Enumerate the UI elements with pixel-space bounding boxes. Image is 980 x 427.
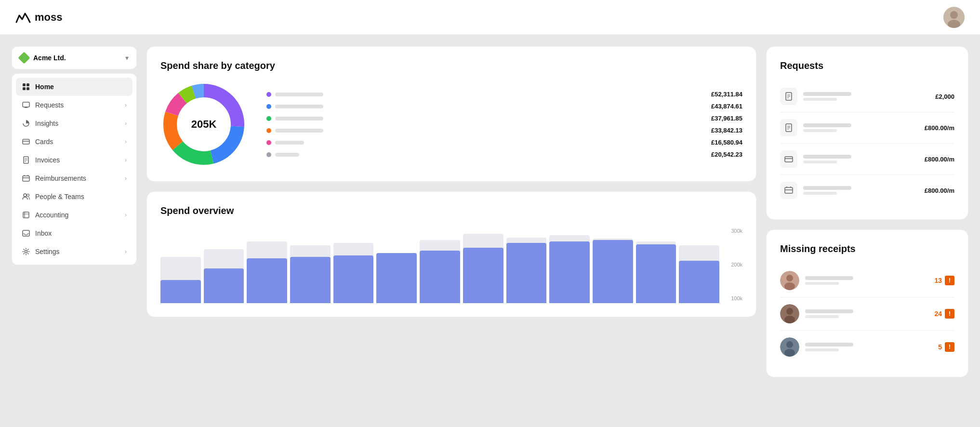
inbox-icon — [22, 229, 30, 238]
sidebar-item-invoices[interactable]: Invoices › — [16, 151, 132, 169]
sidebar-item-accounting[interactable]: Accounting › — [16, 206, 132, 224]
missing-receipts-list: 13 ! — [780, 264, 954, 363]
bar-fill-3 — [290, 257, 331, 303]
person-avatar-2 — [780, 337, 799, 357]
company-diamond-icon — [18, 52, 30, 64]
missing-item-1[interactable]: 24 ! — [780, 297, 954, 331]
person-avatar-0 — [780, 271, 799, 290]
missing-count-0: 13 — [934, 277, 942, 284]
svg-point-33 — [786, 308, 793, 315]
bar-fill-0 — [160, 280, 201, 303]
sidebar-item-insights[interactable]: Insights › — [16, 114, 132, 133]
bar-fill-10 — [593, 240, 633, 303]
nav-menu: Home Requests › — [12, 73, 137, 265]
request-item-2[interactable]: £800.00/m — [780, 144, 954, 175]
sidebar-item-reimbursements-label: Reimbursements — [35, 174, 86, 182]
missing-item-0[interactable]: 13 ! — [780, 264, 954, 297]
sidebar-item-inbox[interactable]: Inbox — [16, 224, 132, 242]
spend-share-title: Spend share by category — [160, 60, 742, 71]
request-icon-2 — [780, 150, 797, 168]
requests-list: £2,000 — [780, 81, 954, 206]
spend-legend: £52,311.84 £43,874.61 — [266, 91, 742, 158]
requests-title: Requests — [780, 60, 954, 71]
cards-chevron-icon: › — [125, 138, 127, 145]
svg-rect-6 — [26, 87, 29, 90]
reimbursements-icon — [22, 174, 30, 183]
legend-item-1: £43,874.61 — [266, 103, 742, 110]
bar-group-1 — [204, 226, 244, 303]
svg-point-11 — [24, 194, 26, 197]
svg-rect-27 — [785, 157, 793, 162]
request-icon-1 — [780, 119, 797, 136]
sidebar-item-home-label: Home — [35, 83, 54, 91]
sidebar-item-people[interactable]: People & Teams — [16, 187, 132, 206]
y-label-200k: 200k — [731, 262, 742, 267]
sidebar-item-invoices-label: Invoices — [35, 156, 60, 164]
request-amount-3: £800.00/m — [925, 187, 954, 194]
request-text-0 — [803, 92, 851, 96]
settings-chevron-icon: › — [125, 248, 127, 255]
legend-amount-4: £16,580.94 — [699, 139, 742, 146]
requests-icon — [22, 101, 30, 109]
request-text-1 — [803, 123, 851, 127]
legend-bar-5 — [275, 153, 299, 157]
request-amount-0: £2,000 — [935, 93, 954, 100]
bar-fill-2 — [247, 258, 287, 303]
spend-share-content: 205K £52,311.84 — [160, 81, 742, 168]
request-item-1[interactable]: £800.00/m — [780, 112, 954, 144]
svg-point-1 — [950, 11, 958, 19]
person-name-0 — [805, 276, 853, 280]
sidebar-item-inbox-label: Inbox — [35, 229, 52, 237]
svg-rect-8 — [23, 139, 29, 144]
warning-icon-1: ! — [945, 309, 954, 319]
legend-dot-1 — [266, 104, 271, 109]
warning-icon-2: ! — [945, 342, 954, 352]
bar-group-5 — [376, 226, 417, 303]
svg-rect-13 — [23, 212, 29, 218]
legend-dot-4 — [266, 140, 271, 145]
reimbursements-chevron-icon: › — [125, 175, 127, 182]
legend-item-4: £16,580.94 — [266, 139, 742, 146]
missing-item-2[interactable]: 5 ! — [780, 331, 954, 363]
legend-dot-5 — [266, 152, 271, 157]
request-subtext-2 — [803, 160, 837, 163]
request-item-0[interactable]: £2,000 — [780, 81, 954, 112]
svg-point-15 — [25, 251, 27, 253]
user-avatar[interactable] — [943, 7, 965, 28]
request-subtext-1 — [803, 129, 837, 132]
cards-icon — [22, 137, 30, 146]
sidebar-item-reimbursements[interactable]: Reimbursements › — [16, 169, 132, 187]
missing-receipts-card: Missing receipts — [766, 229, 968, 377]
content-left: Spend share by category — [146, 46, 756, 415]
accounting-chevron-icon: › — [125, 212, 127, 218]
missing-receipts-title: Missing receipts — [780, 243, 954, 254]
person-role-1 — [805, 315, 839, 318]
sidebar: Acme Ltd. ▾ Home — [12, 46, 137, 415]
sidebar-item-home[interactable]: Home — [16, 78, 132, 96]
sidebar-item-requests[interactable]: Requests › — [16, 96, 132, 114]
sidebar-item-settings[interactable]: Settings › — [16, 242, 132, 261]
svg-rect-7 — [23, 102, 29, 107]
request-subtext-0 — [803, 98, 837, 101]
legend-bar-4 — [275, 141, 304, 145]
sidebar-item-cards-label: Cards — [35, 138, 53, 146]
spend-overview-title: Spend overview — [160, 205, 742, 216]
settings-icon — [22, 247, 30, 256]
missing-count-1: 24 — [934, 310, 942, 318]
content-right: Requests — [766, 46, 968, 415]
donut-chart: 205K — [160, 81, 247, 168]
request-icon-0 — [780, 88, 797, 105]
sidebar-item-cards[interactable]: Cards › — [16, 133, 132, 151]
company-selector[interactable]: Acme Ltd. ▾ — [12, 46, 137, 69]
bar-group-7 — [463, 226, 503, 303]
content: Spend share by category — [146, 46, 968, 415]
legend-amount-5: £20,542.23 — [699, 151, 742, 158]
bar-fill-4 — [333, 255, 374, 303]
legend-dot-3 — [266, 128, 271, 133]
svg-point-34 — [784, 316, 795, 323]
request-icon-3 — [780, 182, 797, 199]
request-text-3 — [803, 186, 851, 190]
request-amount-1: £800.00/m — [925, 124, 954, 132]
svg-rect-4 — [26, 83, 29, 86]
request-item-3[interactable]: £800.00/m — [780, 175, 954, 206]
